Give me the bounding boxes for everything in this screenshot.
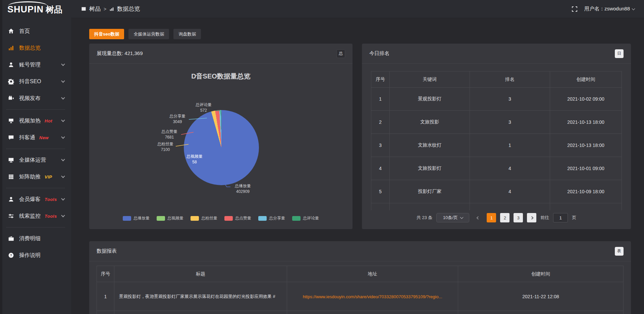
pie-label-videos: 总视频量 58 bbox=[184, 154, 205, 165]
username: 用户名：zswodun88 bbox=[584, 6, 630, 12]
table-view-button[interactable]: 表 bbox=[615, 247, 624, 256]
pie-chart-area: D音SEO数据量总览 总评论量 572 总分享量 3049 总点赞量 7681 … bbox=[89, 64, 353, 229]
sidebar-divider bbox=[6, 109, 65, 110]
seo-chart-panel: 展现量总数: 421,369 总 D音SEO数据量总览 总评论量 572 总分享… bbox=[89, 44, 353, 229]
legend-item-fans[interactable]: 总粉丝量 bbox=[191, 215, 217, 221]
legend-swatch bbox=[191, 216, 199, 221]
legend-swatch bbox=[292, 216, 301, 221]
table-row-clipped bbox=[97, 311, 624, 314]
sidebar-item-matrix-boost[interactable]: 矩阵助推 VIP bbox=[0, 168, 71, 185]
window-icon bbox=[81, 6, 86, 11]
sidebar-item-data-overview[interactable]: 数据总览 bbox=[0, 40, 71, 56]
vip-badge: VIP bbox=[45, 174, 52, 179]
topbar: 树品 > 数据总览 用户名：zswodun88 bbox=[71, 0, 644, 18]
svg-text:?: ? bbox=[10, 253, 12, 257]
grid-icon bbox=[8, 174, 14, 180]
table-row: 3 文旅水纹灯 1 2021-10-13 18:00 bbox=[371, 134, 622, 157]
pie-label-likes: 总点赞量 7681 bbox=[158, 129, 180, 140]
pie-chart[interactable] bbox=[184, 110, 259, 185]
fullscreen-icon[interactable] bbox=[572, 6, 578, 12]
app-logo[interactable]: SHUPIN 树品 bbox=[0, 0, 71, 19]
logo-arc bbox=[8, 1, 48, 6]
breadcrumb-home[interactable]: 树品 bbox=[89, 5, 101, 13]
breadcrumb-current: 数据总览 bbox=[117, 5, 140, 13]
total-view-button[interactable]: 总 bbox=[336, 49, 345, 58]
report-table: 序号 标题 地址 创建时间 1 景观投影灯，夜游景观投影灯厂家展示展示落花灯在花… bbox=[97, 266, 624, 314]
topbar-right: 用户名：zswodun88 bbox=[572, 6, 635, 12]
chevron-down-icon bbox=[61, 157, 65, 161]
goto-unit-label: 页 bbox=[572, 215, 576, 221]
chart-title: D音SEO数据量总览 bbox=[89, 72, 353, 81]
page-button-3[interactable]: 3 bbox=[514, 213, 523, 222]
breadcrumb-separator: > bbox=[104, 6, 106, 12]
home-icon bbox=[8, 28, 14, 34]
sidebar-divider bbox=[6, 149, 65, 149]
goto-page-input[interactable] bbox=[553, 213, 568, 222]
sidebar-item-spend-detail[interactable]: 消费明细 bbox=[0, 230, 71, 247]
legend-item-videos[interactable]: 总视频量 bbox=[157, 215, 183, 221]
sidebar-item-omni-media[interactable]: 全媒体运营 bbox=[0, 152, 71, 168]
total-count-label: 共 23 条 bbox=[417, 215, 433, 221]
sidebar-item-home[interactable]: 首页 bbox=[0, 23, 71, 40]
col-index: 序号 bbox=[97, 266, 114, 282]
video-title: 景观投影灯，夜游景观投影灯厂家展示展示落花灯在花园里的灯光投影应用效果 # bbox=[114, 282, 287, 311]
tab-omni-media-data[interactable]: 全媒体运营数据 bbox=[128, 29, 169, 39]
report-panel-title: 数据报表 bbox=[97, 248, 117, 254]
legend-swatch bbox=[224, 216, 233, 221]
legend-item-likes[interactable]: 总点赞量 bbox=[224, 215, 251, 221]
sidebar-item-video-heat[interactable]: 视频加热 Hot bbox=[0, 112, 71, 129]
tab-inquiry-data[interactable]: 询盘数据 bbox=[173, 29, 201, 39]
data-tabs: 抖音seo数据 全媒体运营数据 询盘数据 bbox=[89, 29, 201, 39]
heat-board-icon bbox=[8, 118, 14, 124]
prev-page-button[interactable] bbox=[473, 213, 483, 222]
video-url-link[interactable]: https://www.iesdouyin.com/share/video/70… bbox=[303, 294, 442, 299]
pie-label-plays: 总播放量 402909 bbox=[229, 183, 256, 195]
legend-swatch bbox=[258, 216, 267, 221]
page-button-1[interactable]: 1 bbox=[487, 213, 496, 222]
sidebar: SHUPIN 树品 首页 数据总览 账号管理 抖音SEO 视频发布 bbox=[0, 0, 71, 314]
sidebar-item-lead-monitor[interactable]: 线索监控 Tools bbox=[0, 208, 71, 224]
goto-label: 前往 bbox=[540, 215, 549, 221]
tab-douyin-seo-data[interactable]: 抖音seo数据 bbox=[89, 29, 124, 39]
sidebar-item-account[interactable]: 账号管理 bbox=[0, 56, 71, 73]
legend-swatch bbox=[123, 216, 131, 221]
page-size-select[interactable]: 10条/页 bbox=[436, 213, 469, 222]
sidebar-item-member-burst[interactable]: 会员爆客 Tools bbox=[0, 191, 71, 208]
legend-item-comments[interactable]: 总评论量 bbox=[292, 215, 319, 221]
table-row-clipped bbox=[371, 203, 622, 211]
chevron-down-icon bbox=[632, 7, 635, 10]
legend-item-plays[interactable]: 总播放量 bbox=[123, 215, 150, 221]
user-menu[interactable]: 用户名：zswodun88 bbox=[584, 6, 635, 12]
sidebar-item-douketong[interactable]: 抖客通 New bbox=[0, 129, 71, 146]
pie-label-comments: 总评论量 572 bbox=[192, 102, 216, 113]
tools-badge: Tools bbox=[45, 197, 57, 202]
col-created: 创建时间 bbox=[458, 266, 624, 282]
chart-panel-header: 展现量总数: 421,369 总 bbox=[89, 44, 353, 64]
chevron-down-icon bbox=[61, 96, 65, 99]
sidebar-item-video-publish[interactable]: 视频发布 bbox=[0, 90, 71, 107]
table-row: 4 文旅投影灯 4 2021-10-01 09:00 bbox=[371, 157, 622, 180]
chevron-down-icon bbox=[61, 118, 65, 122]
table-row: 1 景观投影灯 3 2021-10-02 09:00 bbox=[371, 88, 622, 111]
legend-item-shares[interactable]: 总分享量 bbox=[258, 215, 285, 221]
sidebar-item-douyin-seo[interactable]: 抖音SEO bbox=[0, 73, 71, 90]
member-icon bbox=[8, 196, 14, 202]
next-page-button[interactable] bbox=[527, 213, 536, 222]
sidebar-item-help[interactable]: ? 操作说明 bbox=[0, 247, 71, 264]
chevron-down-icon bbox=[61, 197, 65, 200]
page-button-2[interactable]: 2 bbox=[500, 213, 509, 222]
table-row: 5 投影灯厂家 4 2021-10-09 18:00 bbox=[371, 180, 622, 203]
pagination: 共 23 条 10条/页 1 2 3 前往 页 bbox=[362, 213, 631, 222]
monitor-icon bbox=[8, 157, 14, 163]
bar-chart-icon bbox=[109, 7, 114, 11]
ranking-panel-header: 今日排名 日 bbox=[362, 44, 631, 64]
chat-bubble-icon bbox=[8, 135, 14, 141]
col-index: 序号 bbox=[371, 71, 390, 88]
day-view-button[interactable]: 日 bbox=[615, 49, 624, 58]
impressions-total-label: 展现量总数: 421,369 bbox=[97, 50, 143, 57]
chevron-down-icon bbox=[460, 216, 463, 219]
col-url: 地址 bbox=[287, 266, 458, 282]
hot-badge: Hot bbox=[45, 118, 52, 123]
pie-legend: 总播放量 总视频量 总粉丝量 总点赞量 总分享量 总评论量 bbox=[89, 215, 353, 221]
user-icon bbox=[8, 62, 14, 68]
